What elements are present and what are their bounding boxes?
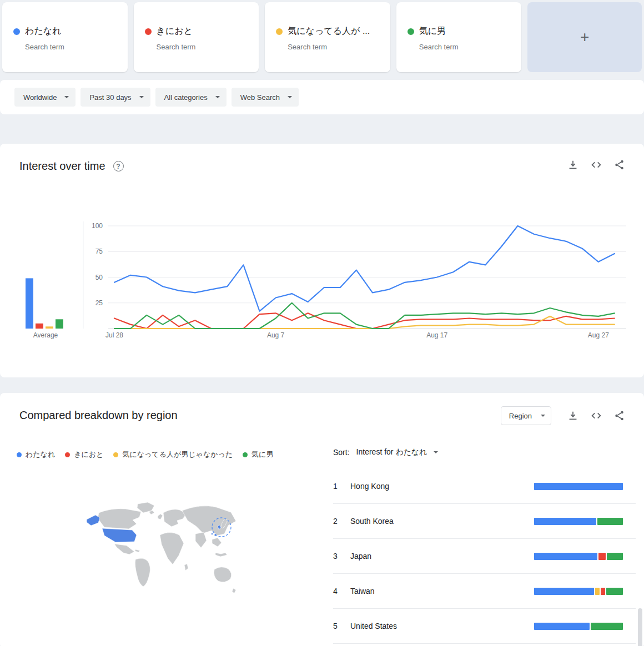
legend-item: 気に男 xyxy=(243,450,273,460)
legend-color-dot xyxy=(65,452,70,457)
map-us-highlight xyxy=(102,528,137,542)
bar-segment xyxy=(598,553,606,560)
legend-item: わたなれ xyxy=(17,450,55,460)
region-row[interactable]: 2 South Korea xyxy=(333,504,636,539)
bar-segment xyxy=(606,588,623,595)
term-card-3[interactable]: 気になってる人が ... Search term xyxy=(265,2,390,72)
chevron-down-icon xyxy=(215,96,220,98)
map-madagascar xyxy=(184,564,188,571)
download-icon[interactable] xyxy=(567,410,579,422)
svg-text:50: 50 xyxy=(95,274,103,281)
average-bar xyxy=(26,278,33,329)
geo-filter-value: Worldwide xyxy=(23,93,57,102)
region-name: United States xyxy=(350,622,534,630)
term-color-dot xyxy=(13,28,20,35)
filter-bar: Worldwide Past 30 days All categories We… xyxy=(0,80,644,114)
download-icon[interactable] xyxy=(567,159,579,171)
search-terms-row: わたなれ Search term きにおと Search term 気になってる… xyxy=(0,0,644,74)
term-type-label: Search term xyxy=(288,43,390,51)
geo-filter-dropdown[interactable]: Worldwide xyxy=(14,88,76,107)
map-uk xyxy=(158,514,163,519)
svg-text:75: 75 xyxy=(95,248,103,255)
average-bar xyxy=(46,326,53,329)
map-australia xyxy=(214,567,231,582)
map-alaska-highlight xyxy=(87,515,100,526)
bar-segment xyxy=(607,553,623,560)
term-label: 気に男 xyxy=(419,26,446,37)
panel-title: Compared breakdown by region xyxy=(19,409,178,422)
embed-code-icon[interactable] xyxy=(590,159,602,171)
term-card-4[interactable]: 気に男 Search term xyxy=(396,2,522,72)
property-filter-dropdown[interactable]: Web Search xyxy=(232,88,299,107)
map-new-zealand xyxy=(232,588,236,593)
term-card-2[interactable]: きにおと Search term xyxy=(134,2,259,72)
region-level-dropdown[interactable]: Region xyxy=(501,406,551,425)
chevron-down-icon xyxy=(139,96,144,98)
region-row[interactable]: 4 Taiwan xyxy=(333,574,636,609)
map-cuba xyxy=(135,549,140,552)
map-canada xyxy=(98,509,141,529)
bar-segment xyxy=(595,588,600,595)
legend-item: きにおと xyxy=(65,450,103,460)
chevron-down-icon xyxy=(434,451,438,453)
legend-label: きにおと xyxy=(74,450,103,460)
region-rank: 2 xyxy=(333,517,350,526)
map-hong-kong-highlight xyxy=(211,533,213,534)
region-rank: 4 xyxy=(333,587,350,595)
add-comparison-button[interactable]: + xyxy=(527,2,642,72)
time-filter-dropdown[interactable]: Past 30 days xyxy=(80,88,150,107)
share-icon[interactable] xyxy=(613,410,626,422)
sort-dropdown-value: Interest for わたなれ xyxy=(356,447,427,457)
bar-segment xyxy=(534,553,597,560)
legend-label: わたなれ xyxy=(26,450,55,460)
term-label: 気になってる人が ... xyxy=(288,26,370,37)
region-rank-column: Sort: Interest for わたなれ 1 Hong Kong 2 So… xyxy=(333,446,636,644)
svg-text:Aug 17: Aug 17 xyxy=(426,331,447,339)
svg-text:Average: Average xyxy=(33,331,58,339)
legend-color-dot xyxy=(17,452,22,457)
legend-color-dot xyxy=(113,452,118,457)
embed-code-icon[interactable] xyxy=(590,410,602,422)
map-mexico xyxy=(114,544,134,554)
region-level-value: Region xyxy=(509,412,532,420)
category-filter-dropdown[interactable]: All categories xyxy=(155,88,227,107)
chart-legend: わたなれ きにおと 気になってる人が男じゃなかった 気に男 xyxy=(17,450,273,460)
share-icon[interactable] xyxy=(613,159,626,171)
region-breakdown-panel: Compared breakdown by region Region xyxy=(0,393,644,646)
score-bar xyxy=(534,623,623,630)
scrollbar-thumb[interactable] xyxy=(638,608,642,646)
region-row[interactable]: 5 United States xyxy=(333,609,636,644)
term-card-1[interactable]: わたなれ Search term xyxy=(2,2,128,72)
map-se-asia xyxy=(212,538,222,547)
help-icon[interactable]: ? xyxy=(113,161,124,171)
region-name: Hong Kong xyxy=(350,482,534,491)
chevron-down-icon xyxy=(541,415,545,417)
category-filter-value: All categories xyxy=(164,93,208,102)
score-bar xyxy=(534,553,623,560)
svg-text:100: 100 xyxy=(92,222,103,230)
term-color-dot xyxy=(407,28,414,35)
svg-text:25: 25 xyxy=(95,299,103,307)
svg-text:Jul 28: Jul 28 xyxy=(105,331,123,339)
svg-text:Aug 27: Aug 27 xyxy=(588,331,609,339)
term-label: きにおと xyxy=(157,26,193,37)
bar-segment xyxy=(534,623,590,630)
series-line xyxy=(114,303,615,329)
map-africa xyxy=(160,533,184,565)
bar-segment xyxy=(591,623,623,630)
region-row[interactable]: 1 Hong Kong xyxy=(333,469,636,504)
legend-color-dot xyxy=(243,452,248,457)
chevron-down-icon xyxy=(64,96,69,98)
legend-item: 気になってる人が男じゃなかった xyxy=(113,450,233,460)
sort-dropdown[interactable]: Interest for わたなれ xyxy=(356,447,438,457)
chevron-down-icon xyxy=(288,96,292,98)
svg-text:Aug 7: Aug 7 xyxy=(267,331,285,339)
world-map[interactable] xyxy=(82,499,238,605)
region-row[interactable]: 3 Japan xyxy=(333,539,636,574)
interest-timeline-chart[interactable]: 255075100Jul 28Aug 7Aug 17Aug 27Average xyxy=(0,208,644,357)
series-line xyxy=(114,226,615,311)
map-indonesia xyxy=(215,553,227,557)
bar-segment xyxy=(534,518,596,525)
map-india xyxy=(195,532,207,548)
term-type-label: Search term xyxy=(157,43,259,51)
